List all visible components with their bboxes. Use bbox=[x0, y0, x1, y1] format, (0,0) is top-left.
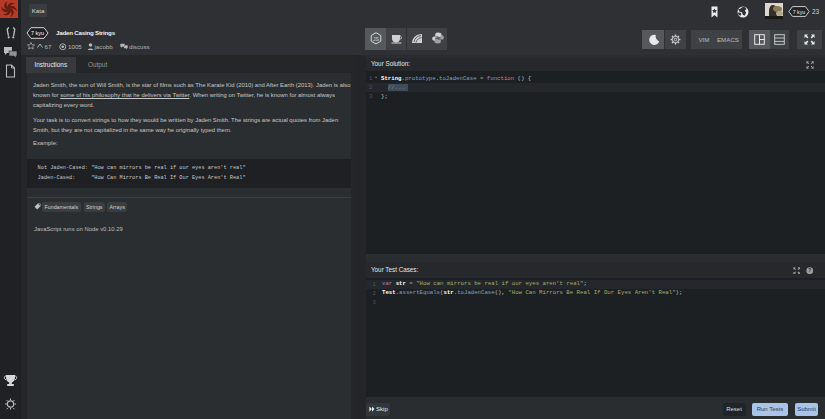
svg-text:?: ? bbox=[808, 268, 811, 273]
svg-text:JS: JS bbox=[373, 36, 380, 42]
svg-text:7 kyu: 7 kyu bbox=[793, 9, 806, 15]
svg-text:7 kyu: 7 kyu bbox=[31, 30, 44, 36]
